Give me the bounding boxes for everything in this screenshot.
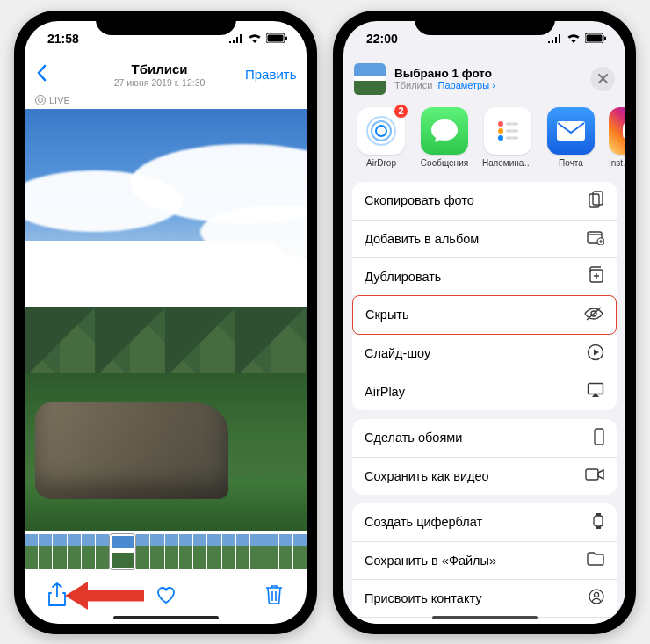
svg-rect-30 bbox=[596, 513, 601, 516]
thumbnail-strip[interactable] bbox=[25, 531, 307, 573]
svg-rect-10 bbox=[506, 122, 518, 125]
share-apps-row[interactable]: 2 AirDrop Сообщения Напоминания bbox=[343, 104, 625, 182]
action-copy-photo[interactable]: Скопировать фото bbox=[352, 182, 617, 220]
share-sheet-thumbnail bbox=[354, 63, 386, 95]
phone-left: 21:58 Тбилиси 27 июня 2019 г. 12:30 Прав… bbox=[14, 11, 317, 634]
share-button[interactable] bbox=[47, 582, 67, 611]
svg-rect-27 bbox=[595, 429, 603, 445]
screen-share-sheet: 22:00 Выбрано 1 фото Тбилиси Параметры › bbox=[343, 21, 625, 624]
svg-rect-28 bbox=[586, 469, 598, 480]
action-label: Добавить в альбом bbox=[365, 232, 479, 246]
photo-date: 27 июня 2019 г. 12:30 bbox=[74, 77, 245, 88]
action-save-files[interactable]: Сохранить в «Файлы» bbox=[352, 541, 617, 579]
duplicate-icon bbox=[587, 266, 604, 286]
eye-slash-icon bbox=[584, 307, 603, 323]
app-airdrop[interactable]: 2 AirDrop bbox=[356, 107, 407, 168]
svg-point-7 bbox=[372, 121, 391, 141]
live-icon bbox=[35, 95, 46, 105]
contact-icon bbox=[589, 589, 604, 607]
instagram-icon bbox=[619, 118, 625, 144]
mail-icon bbox=[555, 119, 587, 142]
nav-title: Тбилиси 27 июня 2019 г. 12:30 bbox=[74, 62, 245, 88]
phone-right: 22:00 Выбрано 1 фото Тбилиси Параметры › bbox=[333, 11, 636, 634]
airdrop-badge: 2 bbox=[394, 104, 408, 119]
status-indicators bbox=[229, 33, 287, 43]
notch bbox=[415, 11, 555, 35]
status-time: 22:00 bbox=[366, 32, 398, 46]
reminders-icon bbox=[493, 116, 523, 146]
share-sheet-place: Тбилиси bbox=[394, 80, 432, 90]
photo-viewport[interactable] bbox=[25, 109, 307, 531]
play-circle-icon bbox=[587, 344, 604, 364]
svg-rect-26 bbox=[589, 384, 603, 394]
video-icon bbox=[585, 468, 604, 483]
live-badge: LIVE bbox=[25, 93, 307, 109]
action-wallpaper[interactable]: Сделать обоями bbox=[352, 419, 617, 457]
action-slideshow[interactable]: Слайд-шоу bbox=[352, 335, 617, 373]
status-indicators bbox=[548, 33, 606, 43]
action-label: Присвоить контакту bbox=[365, 591, 481, 605]
app-label: Напоминания bbox=[482, 158, 533, 168]
svg-rect-14 bbox=[506, 136, 518, 139]
action-group-3: Создать циферблат Сохранить в «Файлы» Пр… bbox=[352, 503, 617, 624]
svg-point-33 bbox=[594, 592, 598, 597]
home-indicator[interactable] bbox=[113, 616, 219, 619]
action-label: Дублировать bbox=[365, 270, 441, 284]
action-duplicate[interactable]: Дублировать bbox=[352, 257, 617, 295]
watch-icon bbox=[592, 512, 604, 532]
action-hide[interactable]: Скрыть bbox=[353, 296, 616, 334]
app-instagram[interactable]: Instagram bbox=[609, 107, 625, 168]
action-label: Сохранить в «Файлы» bbox=[365, 554, 496, 568]
app-label: Почта bbox=[545, 158, 596, 168]
action-save-video[interactable]: Сохранить как видео bbox=[352, 457, 617, 495]
close-icon bbox=[598, 74, 608, 83]
svg-rect-20 bbox=[593, 192, 603, 205]
app-mail[interactable]: Почта bbox=[545, 107, 596, 168]
svg-rect-1 bbox=[268, 35, 284, 42]
photo-location: Тбилиси bbox=[74, 62, 245, 76]
screen-photos: 21:58 Тбилиси 27 июня 2019 г. 12:30 Прав… bbox=[25, 21, 307, 624]
home-indicator[interactable] bbox=[432, 616, 538, 619]
chevron-left-icon bbox=[35, 64, 47, 82]
app-messages[interactable]: Сообщения bbox=[419, 107, 470, 168]
share-sheet-params-link[interactable]: Параметры › bbox=[438, 80, 495, 90]
svg-rect-29 bbox=[594, 516, 603, 526]
app-reminders[interactable]: Напоминания bbox=[482, 107, 533, 168]
notch bbox=[96, 11, 236, 35]
live-label: LIVE bbox=[49, 95, 70, 105]
nav-bar: Тбилиси 27 июня 2019 г. 12:30 Править bbox=[25, 56, 307, 93]
action-airplay[interactable]: AirPlay bbox=[352, 373, 617, 410]
svg-rect-19 bbox=[589, 194, 599, 207]
svg-rect-2 bbox=[285, 37, 287, 40]
thumbnail-selected[interactable] bbox=[110, 534, 135, 569]
svg-rect-12 bbox=[506, 129, 518, 132]
action-label: Скрыть bbox=[365, 308, 409, 322]
action-label: AirPlay bbox=[365, 385, 405, 399]
folder-icon bbox=[587, 552, 604, 568]
trash-icon bbox=[264, 583, 284, 606]
action-group-1: Скопировать фото Добавить в альбом Дубли… bbox=[352, 182, 617, 295]
action-hide-highlighted: Скрыть bbox=[352, 295, 617, 335]
close-button[interactable] bbox=[590, 67, 615, 91]
signal-icon bbox=[548, 34, 562, 43]
action-label: Сделать обоями bbox=[365, 431, 462, 445]
action-add-to-album[interactable]: Добавить в альбом bbox=[352, 220, 617, 257]
svg-point-11 bbox=[498, 128, 503, 134]
battery-icon bbox=[266, 33, 287, 43]
trash-button[interactable] bbox=[264, 583, 284, 610]
messages-icon bbox=[430, 118, 459, 144]
favorite-button[interactable] bbox=[155, 584, 177, 609]
action-assign-contact[interactable]: Присвоить контакту bbox=[352, 579, 617, 617]
svg-rect-5 bbox=[604, 37, 606, 40]
action-watchface[interactable]: Создать циферблат bbox=[352, 503, 617, 541]
share-sheet-title: Выбрано 1 фото bbox=[394, 67, 581, 80]
svg-rect-4 bbox=[587, 35, 603, 42]
share-sheet-header: Выбрано 1 фото Тбилиси Параметры › bbox=[343, 56, 625, 104]
svg-point-9 bbox=[498, 121, 503, 127]
app-label: AirDrop bbox=[356, 158, 407, 168]
signal-icon bbox=[229, 34, 243, 43]
wifi-icon bbox=[567, 33, 581, 43]
edit-button[interactable]: Править bbox=[245, 67, 296, 82]
svg-point-13 bbox=[498, 135, 503, 141]
back-button[interactable] bbox=[35, 64, 74, 85]
